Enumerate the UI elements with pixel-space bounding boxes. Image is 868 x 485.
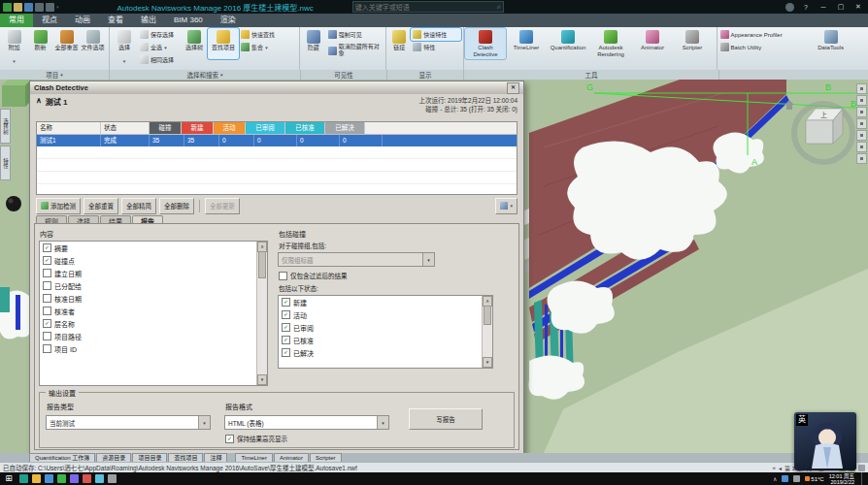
select-same-button[interactable]: 相同选择 (138, 53, 181, 66)
checkbox[interactable]: ✓ (282, 336, 290, 344)
add-test-button[interactable]: 添加检测 (36, 198, 81, 214)
dock-tab-scripter[interactable]: Scripter (310, 453, 342, 462)
taskbar-app-icon[interactable] (19, 474, 28, 483)
empty-row[interactable] (37, 172, 517, 184)
save-selection-button[interactable]: 保存选择 (138, 28, 181, 41)
scroll-down-icon[interactable]: ▾ (483, 357, 492, 368)
taskbar-app-icon[interactable] (95, 474, 104, 483)
ribbon-tab-viewpoint[interactable]: 视点 (33, 14, 66, 27)
checkbox[interactable] (43, 307, 51, 315)
steering-wheel-icon[interactable] (856, 142, 867, 152)
test-row-selected[interactable]: 测试1 完成 35 35 0 0 0 0 (37, 135, 517, 146)
checkbox[interactable]: ✓ (43, 243, 51, 252)
empty-row[interactable] (37, 159, 517, 172)
ribbon-tab-home[interactable]: 常用 (0, 14, 33, 27)
quick-find-button[interactable]: 快速查找 (239, 28, 285, 41)
refresh-button[interactable]: 刷新 (27, 28, 53, 59)
appearance-profiler-button[interactable]: Appearance Profiler (718, 28, 812, 41)
selection-tree-button[interactable]: 选择树 (181, 28, 208, 59)
show-desktop-button[interactable] (861, 472, 865, 485)
filtered-results-checkbox-row[interactable]: 仅包含过滤后的结果 (279, 271, 515, 280)
checkbox[interactable]: ✓ (225, 435, 234, 443)
col-header-new[interactable]: 新建 (182, 122, 214, 134)
collapse-chevron-icon[interactable]: ∧ (36, 96, 42, 105)
ribbon-tab-render[interactable]: 渲染 (212, 14, 245, 27)
ribbon-tab-output[interactable]: 输出 (132, 14, 165, 27)
group-label-select-search[interactable]: 选择和搜索 ▾ (110, 70, 301, 80)
checkbox[interactable]: ✓ (282, 298, 290, 307)
nav-more-icon[interactable] (856, 153, 867, 164)
dock-tab-timeliner[interactable]: TimeLiner (235, 453, 272, 462)
ime-mode-badge[interactable]: 英 (796, 414, 808, 426)
scripter-button[interactable]: Scripter (673, 28, 712, 59)
ribbon-tab-animation[interactable]: 动画 (66, 14, 99, 27)
checkbox[interactable]: ✓ (282, 323, 290, 332)
col-header-active[interactable]: 活动 (214, 122, 246, 134)
animator-button[interactable]: Animator (632, 28, 673, 59)
list-item[interactable]: ✓新建 (279, 296, 483, 308)
vertical-tab-selection-tree[interactable]: 选择树 (0, 109, 11, 144)
quick-properties-button[interactable]: 快速特性 (411, 28, 461, 41)
append-button[interactable]: 附加 ▾ (1, 28, 27, 63)
checkbox[interactable]: ✓ (43, 256, 51, 265)
dock-tab-find-items[interactable]: 查找项目 (168, 453, 203, 462)
dock-tab-animator[interactable]: Animator (274, 453, 309, 462)
scrollbar[interactable]: ∧ ▾ (256, 242, 267, 385)
taskbar-app-icon[interactable] (108, 474, 117, 483)
walk-icon[interactable] (856, 130, 867, 141)
clock[interactable]: 12:01 周五 2019/2/22 (829, 473, 854, 485)
tray-icon[interactable] (782, 475, 788, 482)
list-item[interactable]: ✓已审阅 (279, 321, 483, 334)
search-box[interactable]: ⌕ (352, 1, 504, 13)
scroll-down-icon[interactable]: ▾ (257, 374, 267, 385)
pan-icon[interactable] (856, 83, 867, 94)
list-item[interactable]: 项目路径 (40, 330, 257, 342)
col-header-name[interactable]: 名称 (37, 122, 101, 134)
taskbar-app-icon[interactable] (57, 474, 66, 483)
checkbox[interactable]: ✓ (282, 348, 290, 357)
find-items-button[interactable]: 查找项目 (208, 28, 239, 59)
list-item[interactable]: 核准者 (40, 305, 257, 317)
scroll-thumb[interactable] (258, 251, 266, 278)
timeliner-button[interactable]: TimeLiner (506, 28, 547, 59)
list-item[interactable]: ✓层名称 (40, 317, 257, 330)
scrollbar[interactable]: ∧ ▾ (482, 296, 492, 368)
scroll-thumb[interactable] (484, 306, 491, 325)
properties-button[interactable]: 特性 (411, 41, 461, 53)
start-button[interactable]: ⊞ (0, 472, 17, 485)
col-header-status[interactable]: 状态 (101, 122, 150, 134)
page-prev-icon[interactable]: ◂ (779, 465, 782, 471)
links-button[interactable]: 链接 (387, 28, 411, 59)
taskbar-browser-icon[interactable] (45, 474, 53, 483)
minimize-button[interactable]: ─ (818, 4, 829, 11)
look-icon[interactable] (856, 118, 867, 129)
col-header-approved[interactable]: 已核准 (285, 122, 325, 134)
ime-skin-widget[interactable]: 英 (794, 412, 856, 470)
cpu-temp-indicator[interactable]: 51°C (805, 476, 823, 482)
clash-panel-close-button[interactable]: ✕ (507, 82, 519, 94)
checkbox[interactable] (279, 272, 287, 280)
empty-row[interactable] (37, 146, 517, 159)
quantification-button[interactable]: Quantification (547, 28, 589, 59)
list-item[interactable]: ✓已解决 (279, 346, 483, 359)
report-format-select[interactable]: HTML (表格) ▾ (224, 415, 389, 430)
taskbar-app-icon[interactable] (70, 474, 79, 483)
col-header-clashes[interactable]: 碰撞 (150, 122, 182, 134)
hide-button[interactable]: 隐藏 (301, 28, 326, 59)
quick-access-caret-icon[interactable]: ▾ (56, 4, 59, 10)
keep-highlight-checkbox-row[interactable]: ✓ 保持结果高亮显示 (225, 434, 389, 443)
delete-all-button[interactable]: 全部删除 (159, 198, 194, 214)
clash-panel-titlebar[interactable]: Clash Detective ✕ (30, 81, 523, 94)
taskbar-folder-icon[interactable] (32, 474, 41, 483)
group-label-project[interactable]: 项目 ▾ (0, 70, 110, 80)
zoom-icon[interactable] (856, 95, 867, 106)
list-item[interactable]: ✓已核准 (279, 334, 483, 346)
col-header-resolved[interactable]: 已解决 (325, 122, 365, 134)
datatools-button[interactable]: DataTools (812, 28, 851, 59)
taskbar-app-icon[interactable] (83, 474, 91, 483)
maximize-button[interactable]: ▢ (835, 3, 847, 11)
dock-tab-item-catalog[interactable]: 项目目录 (132, 453, 167, 462)
select-button[interactable]: 选择 ▾ (111, 28, 138, 63)
sets-button[interactable]: 集合 ▾ (239, 41, 285, 53)
sign-in-icon[interactable] (785, 3, 794, 12)
